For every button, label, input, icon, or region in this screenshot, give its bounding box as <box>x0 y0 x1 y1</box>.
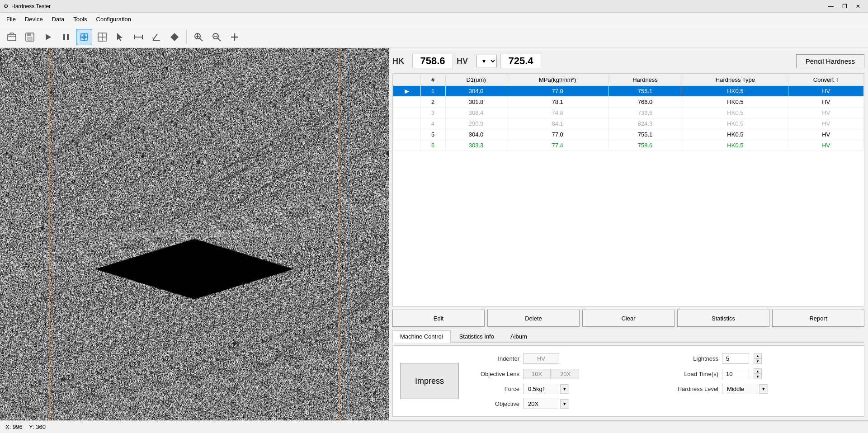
row-indicator <box>393 129 421 140</box>
objective-dropdown[interactable]: ▾ <box>560 399 569 409</box>
menu-tools[interactable]: Tools <box>69 14 91 24</box>
menu-bar: File Device Data Tools Configuration <box>0 13 868 26</box>
table-row[interactable]: 5 304.0 77.0 755.1 HK0.5 HV <box>393 129 864 140</box>
zoom-out-button[interactable] <box>208 29 225 45</box>
play-button[interactable] <box>40 29 56 45</box>
row-mpa: 78.1 <box>507 97 608 108</box>
row-hardness: 755.1 <box>608 129 682 140</box>
lightness-label: Lightness <box>669 355 718 362</box>
image-panel: EBPu Electromechanical Equipment (Zhejia… <box>0 48 389 420</box>
data-table-container: # D1(um) MPa(kgf/mm²) Hardness Hardness … <box>392 73 864 307</box>
col-convert: Convert T <box>788 74 864 86</box>
row-num: 3 <box>420 108 445 118</box>
table-row[interactable]: 6 303.3 77.4 758.6 HK0.5 HV <box>393 140 864 151</box>
right-panel: HK 758.6 HV ▾ 725.4 Pencil Hardness # D1… <box>389 48 868 420</box>
report-button[interactable]: Report <box>772 310 864 327</box>
measure-h-button[interactable] <box>130 29 146 45</box>
row-convert: HV <box>788 86 864 97</box>
row-num: 2 <box>420 97 445 108</box>
hardness-level-label: Hardness Level <box>669 386 718 392</box>
app-icon: ⚙ <box>4 3 9 9</box>
menu-device[interactable]: Device <box>20 14 47 24</box>
load-time-up[interactable]: ▲ <box>754 368 762 374</box>
row-type: HK0.5 <box>682 108 788 118</box>
table-row[interactable]: 2 301.8 78.1 766.0 HK0.5 HV <box>393 97 864 108</box>
menu-configuration[interactable]: Configuration <box>92 14 136 24</box>
objective-lens-label: Objective Lens <box>470 371 519 377</box>
edit-button[interactable]: Edit <box>392 310 485 327</box>
lens-buttons: 10X 20X <box>523 369 579 379</box>
indenter-value: HV <box>523 353 559 364</box>
lens-10x-button[interactable]: 10X <box>523 369 551 379</box>
open-button[interactable] <box>4 29 20 45</box>
tab-album[interactable]: Album <box>503 330 535 342</box>
tab-statistics-info[interactable]: Statistics Info <box>452 330 502 342</box>
angle-button[interactable] <box>148 29 165 45</box>
crosshair-button[interactable] <box>76 29 92 45</box>
row-d1: 304.0 <box>445 86 507 97</box>
table-row[interactable]: ▶ 1 304.0 77.0 755.1 HK0.5 HV <box>393 86 864 97</box>
objective-label: Objective <box>470 400 519 407</box>
row-mpa: 74.8 <box>507 108 608 118</box>
svg-line-22 <box>200 38 203 41</box>
row-convert: HV <box>788 118 864 129</box>
delete-button[interactable]: Delete <box>487 310 580 327</box>
close-button[interactable]: ✕ <box>852 1 864 11</box>
minimize-button[interactable]: — <box>825 1 837 11</box>
table-row[interactable]: 3 308.4 74.8 733.6 HK0.5 HV <box>393 108 864 118</box>
lens-20x-button[interactable]: 20X <box>552 369 579 379</box>
row-convert: HV <box>788 140 864 151</box>
menu-file[interactable]: File <box>2 14 20 24</box>
tab-machine-control[interactable]: Machine Control <box>392 330 451 343</box>
impress-button[interactable]: Impress <box>400 363 459 399</box>
svg-rect-5 <box>63 34 65 40</box>
diamond-button[interactable] <box>166 29 183 45</box>
lightness-up[interactable]: ▲ <box>754 353 762 358</box>
lightness-input[interactable] <box>722 353 749 364</box>
select-button[interactable] <box>112 29 128 45</box>
statistics-button[interactable]: Statistics <box>677 310 769 327</box>
app-title: Hardness Tester <box>11 3 51 9</box>
y-label: Y: <box>29 424 34 430</box>
tab-bar: Machine Control Statistics Info Album <box>392 330 864 343</box>
clear-button[interactable]: Clear <box>582 310 675 327</box>
row-num: 1 <box>420 86 445 97</box>
row-num: 6 <box>420 140 445 151</box>
load-time-input[interactable] <box>722 369 749 379</box>
hardness-level-dropdown[interactable]: ▾ <box>759 384 768 394</box>
col-type: Hardness Type <box>682 74 788 86</box>
pause-button[interactable] <box>58 29 74 45</box>
objective-lens-row: Objective Lens 10X 20X <box>470 369 658 379</box>
impress-section: Impress <box>400 353 459 409</box>
row-num: 5 <box>420 129 445 140</box>
row-mpa: 77.0 <box>507 86 608 97</box>
menu-data[interactable]: Data <box>47 14 69 24</box>
row-hardness: 758.6 <box>608 140 682 151</box>
objective-row: Objective 20X ▾ <box>470 399 658 409</box>
toolbar <box>0 26 868 48</box>
row-d1: 303.3 <box>445 140 507 151</box>
row-mpa: 84.1 <box>507 118 608 129</box>
force-dropdown[interactable]: ▾ <box>560 384 569 394</box>
col-d1: D1(um) <box>445 74 507 86</box>
load-time-down[interactable]: ▼ <box>754 374 762 379</box>
hv-dropdown[interactable]: ▾ <box>476 55 497 67</box>
pencil-hardness-button[interactable]: Pencil Hardness <box>796 54 864 68</box>
row-mpa: 77.4 <box>507 140 608 151</box>
force-label: Force <box>470 386 519 392</box>
objective-field: 20X ▾ <box>523 399 569 409</box>
restore-button[interactable]: ❐ <box>838 1 851 11</box>
lightness-spinner <box>722 353 749 364</box>
data-table: # D1(um) MPa(kgf/mm²) Hardness Hardness … <box>393 74 864 151</box>
title-bar-left: ⚙ Hardness Tester <box>4 3 51 9</box>
zoom-in-button[interactable] <box>190 29 207 45</box>
add-button[interactable] <box>226 29 243 45</box>
indenter-label: Indenter <box>470 355 519 362</box>
table-row[interactable]: 4 290.9 84.1 824.3 HK0.5 HV <box>393 118 864 129</box>
hk-value: 758.6 <box>412 54 453 68</box>
save-button[interactable] <box>22 29 38 45</box>
row-num: 4 <box>420 118 445 129</box>
lightness-down[interactable]: ▼ <box>754 358 762 364</box>
hardness-level-value: Middle <box>722 384 758 394</box>
grid-button[interactable] <box>94 29 110 45</box>
